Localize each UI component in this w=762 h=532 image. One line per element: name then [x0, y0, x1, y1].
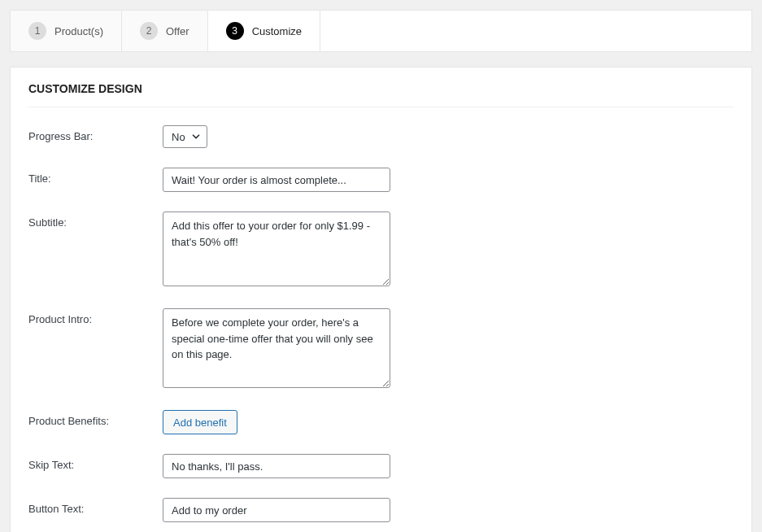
- panel-title: CUSTOMIZE DESIGN: [28, 82, 734, 107]
- field-button-text: Button Text:: [28, 498, 734, 522]
- tab-label: Offer: [166, 25, 189, 37]
- field-product-intro: Product Intro: Before we complete your o…: [28, 308, 734, 390]
- tab-products[interactable]: 1 Product(s): [11, 11, 122, 51]
- textarea-subtitle[interactable]: Add this offer to your order for only $1…: [163, 211, 390, 286]
- label-product-intro: Product Intro:: [28, 308, 163, 325]
- tab-number: 3: [226, 22, 244, 40]
- label-progress-bar: Progress Bar:: [28, 125, 163, 142]
- customize-panel: CUSTOMIZE DESIGN Progress Bar: No Title:…: [10, 67, 752, 532]
- field-subtitle: Subtitle: Add this offer to your order f…: [28, 211, 734, 289]
- textarea-product-intro[interactable]: Before we complete your order, here's a …: [163, 308, 390, 388]
- label-subtitle: Subtitle:: [28, 211, 163, 229]
- input-skip-text[interactable]: [163, 454, 390, 478]
- tab-label: Product(s): [54, 25, 103, 37]
- add-benefit-button[interactable]: Add benefit: [163, 410, 237, 434]
- label-title: Title:: [28, 168, 163, 185]
- input-button-text[interactable]: [163, 498, 390, 522]
- step-tabs: 1 Product(s) 2 Offer 3 Customize: [10, 10, 752, 52]
- tab-number: 2: [140, 22, 158, 40]
- tab-label: Customize: [252, 25, 302, 37]
- select-progress-bar[interactable]: No: [163, 125, 207, 148]
- input-title[interactable]: [163, 168, 390, 192]
- field-title: Title:: [28, 168, 734, 192]
- label-product-benefits: Product Benefits:: [28, 410, 163, 427]
- tab-offer[interactable]: 2 Offer: [122, 11, 208, 51]
- label-button-text: Button Text:: [28, 498, 163, 515]
- field-progress-bar: Progress Bar: No: [28, 125, 734, 148]
- field-product-benefits: Product Benefits: Add benefit: [28, 410, 734, 434]
- field-skip-text: Skip Text:: [28, 454, 734, 478]
- tab-customize[interactable]: 3 Customize: [208, 11, 320, 51]
- tab-number: 1: [28, 22, 46, 40]
- label-skip-text: Skip Text:: [28, 454, 163, 471]
